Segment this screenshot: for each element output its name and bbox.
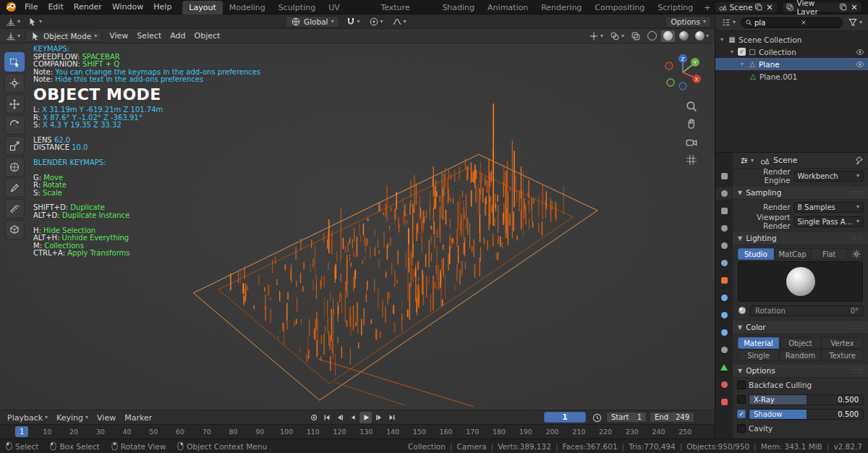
view-layer-selector[interactable]: View Layer [782,1,862,13]
prev-frame-button[interactable] [346,412,359,423]
shading-rendered-button[interactable]: ▾ [693,30,711,42]
clear-search-icon[interactable] [800,19,807,26]
color-tab-texture[interactable]: Texture [822,350,863,361]
properties-tab-world[interactable] [716,257,732,269]
viewport-render-dropdown[interactable]: Single Pass Anti-...▾ [793,216,864,227]
cavity-checkbox[interactable] [737,424,746,433]
lighting-section-header[interactable]: ▼Lighting:::: [733,231,868,245]
outliner-row-collection[interactable]: ▾✓□Collection [715,46,868,58]
scale-tool[interactable] [4,136,25,156]
backface-culling-checkbox[interactable] [737,381,746,389]
expand-icon[interactable]: ▾ [718,36,726,43]
record-button[interactable] [307,412,320,423]
properties-tab-output[interactable] [716,205,732,217]
timeline-menu-playback[interactable]: Playback▾ [3,413,52,423]
viewport-menu-object[interactable]: Object [190,29,225,43]
editor-type-button[interactable]: ▾ [4,16,22,27]
outliner-row-scene-collection[interactable]: ▾▦Scene Collection [715,33,868,46]
viewport-menu-select[interactable]: Select [132,29,166,43]
lighting-settings-button[interactable] [850,248,863,260]
camera-view-icon[interactable] [685,136,698,149]
shading-material-button[interactable] [677,30,691,42]
timeline-menu-marker[interactable]: Marker [120,413,156,423]
color-section-header[interactable]: ▼Color:::: [733,320,868,334]
scene-selector[interactable]: Scene [715,1,778,13]
shading-solid-button[interactable] [661,30,675,42]
show-overlays-button[interactable]: ▾ [608,30,626,42]
menu-edit[interactable]: Edit [43,0,68,14]
lighting-tab-matcap[interactable]: MatCap [775,248,811,260]
hide-eye-icon[interactable] [855,47,865,57]
hide-eye-icon[interactable] [855,59,865,69]
color-tab-object[interactable]: Object [780,337,821,349]
options-dropdown[interactable]: Options▾ [665,16,711,27]
prev-keyframe-button[interactable] [333,412,346,423]
timeline-ruler[interactable]: 1 10203040506070809010011012013014015016… [0,424,715,439]
collection-checkbox[interactable]: ✓ [738,48,746,56]
start-frame-field[interactable]: Start1 [606,412,647,423]
transform-orientation-dropdown[interactable]: Global▾ [286,16,339,27]
move-tool[interactable] [4,94,25,114]
shading-wireframe-button[interactable] [645,30,659,42]
options-section-header[interactable]: ▼Options:::: [733,363,868,378]
viewport-menu-view[interactable]: View [105,29,132,43]
play-button[interactable] [359,412,372,423]
zoom-icon[interactable] [685,100,698,113]
jump-last-button[interactable] [386,412,398,423]
menu-window[interactable]: Window [107,0,148,14]
properties-tab-view-layer[interactable] [716,222,732,234]
pan-hand-icon[interactable] [685,117,698,130]
preview-range-clock-icon[interactable] [592,412,603,423]
shadow-slider[interactable]: Shadow0.500 [749,409,864,420]
viewport-3d[interactable]: KEYMAPS:SPEEDFLOW: SPACEBARCOMPANION: SH… [0,43,715,410]
shadow-checkbox[interactable]: ✓ [737,410,746,418]
next-keyframe-button[interactable] [373,412,385,423]
show-gizmo-button[interactable]: ▾ [587,30,605,42]
filter-button[interactable]: ▾ [846,17,864,28]
workspace-tab-sculpting[interactable]: Sculpting [272,1,322,14]
timeline-menu-keying[interactable]: Keying▾ [52,413,93,423]
workspace-tab-texture-paint[interactable]: Texture Paint [374,1,435,14]
workspace-tab-uv-editing[interactable]: UV Editing [322,1,374,14]
outliner-editor-type-button[interactable]: ▾ [719,17,738,28]
expand-icon[interactable]: ▾ [728,48,736,55]
workspace-tab-animation[interactable]: Animation [481,1,535,14]
render-engine-dropdown[interactable]: Workbench▾ [793,171,864,182]
studiolight-preview[interactable] [738,261,863,302]
outliner-row-plane[interactable]: ▾△Plane [715,58,868,70]
expand-icon[interactable]: ▾ [739,61,746,67]
navigation-gizmo[interactable]: ZYX [663,52,703,93]
color-tab-material[interactable]: Material [738,337,779,349]
lighting-tab-flat[interactable]: Flat [811,248,847,260]
x-ray-checkbox[interactable] [737,395,746,404]
new-scene-icon[interactable] [754,3,763,12]
properties-tab-texture[interactable] [716,396,732,408]
color-tab-single[interactable]: Single [738,350,779,361]
viewport-editor-type-button[interactable]: ▾ [4,30,22,42]
studiolight-icon[interactable] [737,305,747,316]
add-workspace-button[interactable]: + [699,1,715,14]
mode-dropdown[interactable]: Object Mode▾ [25,30,102,42]
x-ray-slider[interactable]: X-Ray0.500 [749,394,864,405]
search-input[interactable] [754,19,798,27]
pin-icon[interactable] [854,156,864,166]
toggle-xray-button[interactable] [629,30,643,42]
render-dropdown[interactable]: 8 Samples▾ [793,202,864,213]
color-tab-random[interactable]: Random [780,350,821,361]
proportional-edit-button[interactable]: ▾ [367,16,386,27]
falloff-button[interactable]: ▾ [390,16,409,27]
annotate-tool[interactable] [4,178,25,198]
add-cube-tool[interactable] [4,220,25,240]
measure-tool[interactable] [4,199,25,219]
sampling-section-header[interactable]: ▼Sampling:::: [733,185,868,200]
workspace-tab-rendering[interactable]: Rendering [535,1,588,14]
properties-tab-physics[interactable] [716,326,732,339]
delete-view-layer-icon[interactable] [850,3,859,12]
workspace-tab-shading[interactable]: Shading [435,1,481,14]
workspace-tab-modeling[interactable]: Modeling [223,1,272,14]
properties-tab-modifiers[interactable] [716,292,732,304]
rotation-slider[interactable]: Rotation0° [750,305,864,316]
playhead[interactable]: 1 [15,426,28,437]
properties-editor-type-button[interactable]: ▾ [737,155,756,166]
properties-tab-particles[interactable] [716,309,732,321]
